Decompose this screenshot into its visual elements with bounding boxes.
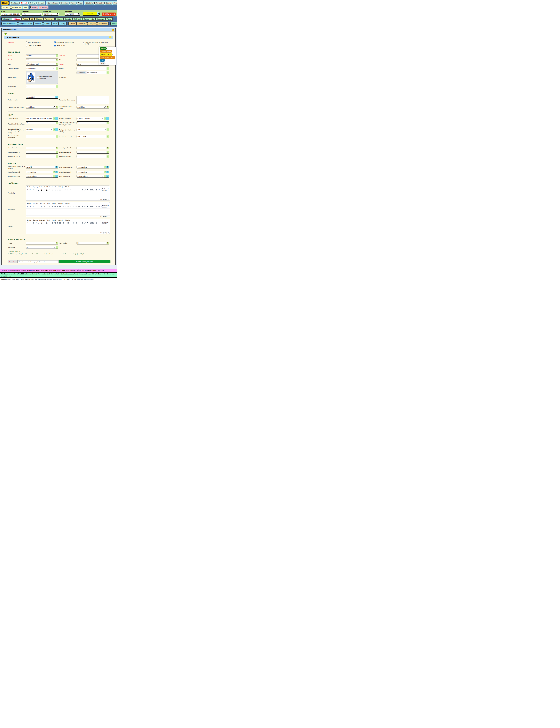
bold-icon[interactable]: B [33, 189, 34, 191]
delete-photo-checkbox[interactable] [37, 77, 39, 78]
trvale-bydliste-v-zarizeni-select-value[interactable]: Ne [26, 122, 56, 124]
editor-menu-format[interactable]: Formát [52, 186, 56, 188]
cilova-skupina-select[interactable]: děti a mládež ve věku od 6 do 26 let ohr… [26, 117, 58, 120]
edit-button[interactable] [55, 166, 58, 168]
editor-menu-zobrazit[interactable]: Zobrazit [39, 203, 45, 204]
tab-vyuctovani[interactable]: Vyúčtování [97, 22, 108, 25]
datum-narozeni-date-value[interactable]: mm/dd/yyyy [26, 67, 56, 70]
skolni-trida-input[interactable] [26, 85, 56, 88]
toolbar-button-finance[interactable]: Finance [113, 2, 117, 4]
edit-button[interactable] [55, 171, 58, 173]
editor-content-area[interactable] [26, 192, 110, 199]
help-button[interactable]: ? [104, 117, 106, 120]
editor-menu-vlozit[interactable]: Vložit [46, 186, 50, 188]
align-left-icon[interactable] [52, 205, 53, 207]
help-button[interactable]: ? [107, 151, 109, 153]
underline-icon[interactable]: U [38, 205, 39, 207]
status-link[interactable]: více o možnostech skrývání zde [37, 273, 59, 275]
help-button[interactable]: ? [56, 151, 58, 153]
editor-menu-soubor[interactable]: Soubor [27, 219, 32, 221]
narodnost-sablona-pro-roma-select[interactable]: romská [26, 166, 58, 168]
editor-menu-vlozit[interactable]: Vložit [46, 203, 50, 204]
italic-icon[interactable]: I [35, 189, 37, 191]
identifikator-klienta-input[interactable] [77, 135, 107, 138]
edit-button[interactable] [55, 175, 58, 177]
toolbar-button-akce[interactable]: Akce [77, 2, 83, 4]
help-button[interactable]: ? [56, 135, 58, 138]
help-button[interactable]: ? [107, 242, 109, 244]
resize-handle[interactable]: ⋰ [108, 199, 109, 200]
edit-button[interactable] [106, 166, 109, 168]
bookmark-icon[interactable] [87, 205, 88, 207]
bydliste-pred-pocatkem-poskytovani-sluzby-v-zahranici-select[interactable]: Ne? [77, 121, 109, 124]
file-system-button[interactable]: Souborový systém [101, 221, 109, 224]
indent-icon[interactable] [75, 205, 77, 207]
tab-ubytovani[interactable]: Ubytování [76, 22, 87, 25]
bullet-list-icon[interactable] [63, 222, 64, 224]
editor-menu-zobrazit[interactable]: Zobrazit [39, 186, 45, 188]
horizontal-rule-icon[interactable]: — [78, 205, 80, 207]
text-color-icon[interactable]: A [41, 205, 43, 207]
highlight-icon[interactable]: ✎ [46, 222, 48, 224]
help-button[interactable]: ? [56, 122, 58, 124]
client-input[interactable] [2, 13, 20, 15]
media-icon[interactable] [92, 222, 94, 224]
editor-menu-zobrazit[interactable]: Zobrazit [39, 219, 45, 221]
edit-button[interactable] [55, 128, 58, 131]
toolbar-button-strava[interactable]: Strava [105, 2, 112, 4]
image-icon[interactable] [90, 222, 92, 224]
collapse-inner-button[interactable]: ^ [109, 36, 112, 38]
vlastni-zarazeni-5-select[interactable]: --nevyplněno--? [77, 175, 109, 178]
tab-prehled-pozn[interactable]: Přehled pozn. [111, 22, 117, 25]
underline-icon[interactable]: U [38, 189, 39, 191]
undo-icon[interactable]: ↶ [27, 189, 29, 191]
status-link[interactable]: Sonic.cgi [7, 279, 14, 280]
editor-menu-soubor[interactable]: Soubor [27, 186, 32, 188]
resize-handle[interactable]: ⋰ [108, 216, 109, 217]
redo-icon[interactable]: ↷ [29, 205, 31, 207]
vlastni-zarazeni-2-select-value[interactable]: --nevyplněno-- [26, 171, 53, 173]
toolbar-button-organizer[interactable]: Organizér [60, 2, 69, 4]
media-icon[interactable] [92, 189, 94, 191]
edit-button[interactable] [106, 171, 109, 173]
help-button[interactable]: ? [56, 246, 58, 249]
tab-stiznosti[interactable]: Stížnosti [73, 18, 82, 20]
status-link[interactable]: Odhlásit [98, 269, 104, 271]
poznamka-clena-rodiny-textarea[interactable] [77, 96, 109, 104]
help-button[interactable]: ? [107, 128, 109, 131]
help-button[interactable]: ? [107, 67, 109, 70]
status-link[interactable]: přechod [95, 273, 101, 275]
resize-handle[interactable]: ⋰ [108, 232, 109, 234]
code-icon[interactable]: <> [98, 222, 100, 224]
align-right-icon[interactable] [57, 189, 58, 191]
bold-icon[interactable]: B [33, 205, 34, 207]
vlastni-zarazeni-3-select-value[interactable]: --nevyplněno-- [77, 171, 104, 173]
help-button[interactable]: ? [104, 166, 106, 168]
toolbar-button-klienti[interactable]: Klienti [20, 2, 28, 4]
editor-content-area[interactable] [26, 208, 110, 215]
print-icon[interactable] [96, 205, 97, 207]
bullet-list-icon[interactable] [63, 189, 64, 191]
caret-icon[interactable] [44, 222, 45, 224]
telefon-input[interactable] [77, 67, 107, 70]
toolbar-button-cinnosti[interactable]: Činnosti [37, 2, 45, 4]
tab-potreby[interactable]: Potřeby [64, 18, 72, 20]
help-button[interactable]: ? [104, 171, 106, 173]
outdent-icon[interactable] [73, 222, 74, 224]
tab-sankce[interactable]: Sankce [43, 22, 51, 25]
print-icon[interactable] [96, 222, 97, 224]
caret-icon[interactable] [44, 205, 45, 207]
vlastni-zarazeni-2-select[interactable]: --nevyplněno--? [26, 171, 58, 173]
editor-menu-nastroje[interactable]: Nástroje [58, 203, 63, 204]
redo-icon[interactable]: ↷ [29, 222, 31, 224]
help-button[interactable]: ? [56, 63, 58, 65]
bydliste-pred-pocatkem-poskytovani-sluzby-v-zahranici-select-value[interactable]: Ne [77, 122, 107, 124]
status-link[interactable]: petr@pro-neziskovky.cz [77, 279, 93, 280]
highlight-icon[interactable]: ✎ [46, 205, 48, 207]
cilova-skupina-select-value[interactable]: děti a mládež ve věku od 6 do 26 let ohr… [26, 117, 53, 120]
caret-icon[interactable] [44, 189, 45, 191]
toolbar-button-rodiny[interactable]: Rodiny [29, 2, 36, 4]
stredisko-select[interactable]: --vše-- [22, 13, 42, 16]
unlink-icon[interactable] [84, 205, 86, 207]
help-button[interactable]: ? [53, 117, 55, 120]
